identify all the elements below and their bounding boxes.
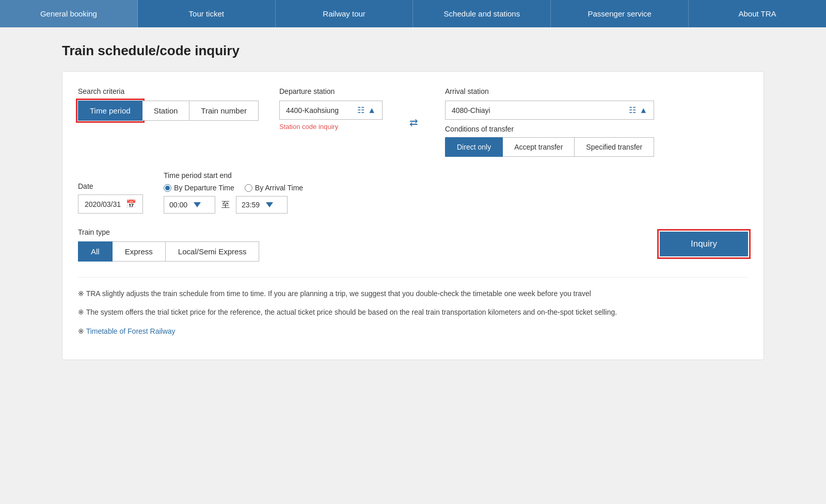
- departure-location-icon[interactable]: ▲: [368, 106, 376, 115]
- departure-list-icon[interactable]: ☷: [357, 105, 364, 115]
- train-type-all[interactable]: All: [78, 241, 113, 262]
- train-type-express[interactable]: Express: [113, 241, 166, 262]
- nav-railway-tour[interactable]: Railway tour: [276, 0, 414, 27]
- transfer-accept[interactable]: Accept transfer: [503, 137, 575, 157]
- arrival-location-icon[interactable]: ▲: [639, 106, 647, 115]
- swap-stations[interactable]: ⇄: [403, 116, 424, 128]
- departure-section: Departure station 4400-Kaohsiung ☷ ▲ Sta…: [279, 87, 383, 131]
- train-type-local[interactable]: Local/Semi Express: [166, 241, 260, 262]
- date-label: Date: [78, 182, 143, 190]
- radio-departure-time[interactable]: By Departure Time: [164, 184, 234, 192]
- train-type-buttons: All Express Local/Semi Express: [78, 241, 259, 262]
- train-type-row: Train type All Express Local/Semi Expres…: [78, 228, 748, 262]
- notes-section: ※ TRA slightly adjusts the train schedul…: [78, 277, 748, 337]
- criteria-train-number[interactable]: Train number: [189, 101, 259, 121]
- criteria-time-period[interactable]: Time period: [78, 101, 142, 121]
- time-end-value: 23:59: [242, 201, 260, 209]
- transfer-label: Conditions of transfer: [445, 125, 654, 133]
- note-2: ※ The system offers the trial ticket pri…: [78, 306, 748, 318]
- main-nav: General booking Tour ticket Railway tour…: [0, 0, 826, 27]
- nav-passenger-service[interactable]: Passenger service: [551, 0, 689, 27]
- note-3: ※ Timetable of Forest Railway: [78, 326, 748, 337]
- transfer-specified[interactable]: Specified transfer: [575, 137, 654, 157]
- arrival-list-icon[interactable]: ☷: [629, 105, 636, 115]
- search-card: Search criteria Time period Station Trai…: [62, 71, 764, 360]
- radio-arrival-input[interactable]: [245, 184, 252, 192]
- arrival-icons: ☷ ▲: [629, 105, 647, 115]
- time-start-select[interactable]: 00:00: [164, 196, 215, 214]
- inquiry-row: Inquiry: [660, 232, 748, 256]
- arrival-value: 4080-Chiayi: [452, 106, 490, 115]
- nav-tour-ticket[interactable]: Tour ticket: [138, 0, 276, 27]
- transfer-buttons: Direct only Accept transfer Specified tr…: [445, 137, 654, 157]
- train-type-label: Train type: [78, 228, 748, 236]
- top-row: Search criteria Time period Station Trai…: [78, 87, 748, 157]
- nav-schedule-stations[interactable]: Schedule and stations: [413, 0, 551, 27]
- time-radio-row: By Departure Time By Arrival Time: [164, 184, 303, 192]
- nav-about-tra[interactable]: About TRA: [689, 0, 826, 27]
- nav-general-booking[interactable]: General booking: [0, 0, 138, 27]
- radio-arrival-label: By Arrival Time: [255, 184, 303, 192]
- radio-departure-input[interactable]: [164, 184, 171, 192]
- transfer-direct-only[interactable]: Direct only: [445, 137, 503, 157]
- criteria-buttons: Time period Station Train number: [78, 101, 259, 121]
- time-end-arrow: [266, 202, 273, 207]
- criteria-station[interactable]: Station: [142, 101, 190, 121]
- date-time-row: Date 2020/03/31 📅 Time period start end …: [78, 171, 748, 214]
- time-start-value: 00:00: [169, 201, 187, 209]
- time-inputs-row: 00:00 至 23:59: [164, 196, 303, 214]
- inquiry-button[interactable]: Inquiry: [660, 232, 748, 256]
- radio-arrival-time[interactable]: By Arrival Time: [245, 184, 303, 192]
- page-title: Train schedule/code inquiry: [62, 43, 764, 59]
- page-wrapper: Train schedule/code inquiry Search crite…: [52, 27, 774, 370]
- criteria-section: Search criteria Time period Station Trai…: [78, 87, 259, 121]
- station-code-link[interactable]: Station code inquiry: [279, 123, 383, 131]
- departure-input[interactable]: 4400-Kaohsiung ☷ ▲: [279, 101, 383, 120]
- date-section: Date 2020/03/31 📅: [78, 182, 143, 214]
- calendar-icon[interactable]: 📅: [126, 199, 136, 209]
- departure-value: 4400-Kaohsiung: [286, 106, 339, 115]
- time-section: Time period start end By Departure Time …: [164, 171, 303, 214]
- time-label: Time period start end: [164, 171, 303, 180]
- arrival-label: Arrival station: [445, 87, 654, 95]
- time-start-arrow: [194, 202, 201, 207]
- departure-label: Departure station: [279, 87, 383, 95]
- forest-railway-link[interactable]: Timetable of Forest Railway: [86, 327, 176, 335]
- criteria-label: Search criteria: [78, 87, 259, 95]
- arrival-input[interactable]: 4080-Chiayi ☷ ▲: [445, 101, 654, 120]
- note-1: ※ TRA slightly adjusts the train schedul…: [78, 288, 748, 299]
- date-input[interactable]: 2020/03/31 📅: [78, 194, 143, 214]
- radio-departure-label: By Departure Time: [174, 184, 234, 192]
- arrival-section: Arrival station 4080-Chiayi ☷ ▲ Conditio…: [445, 87, 654, 157]
- departure-icons: ☷ ▲: [357, 105, 376, 115]
- time-end-select[interactable]: 23:59: [236, 196, 288, 214]
- time-separator: 至: [219, 200, 232, 210]
- date-value: 2020/03/31: [85, 200, 121, 208]
